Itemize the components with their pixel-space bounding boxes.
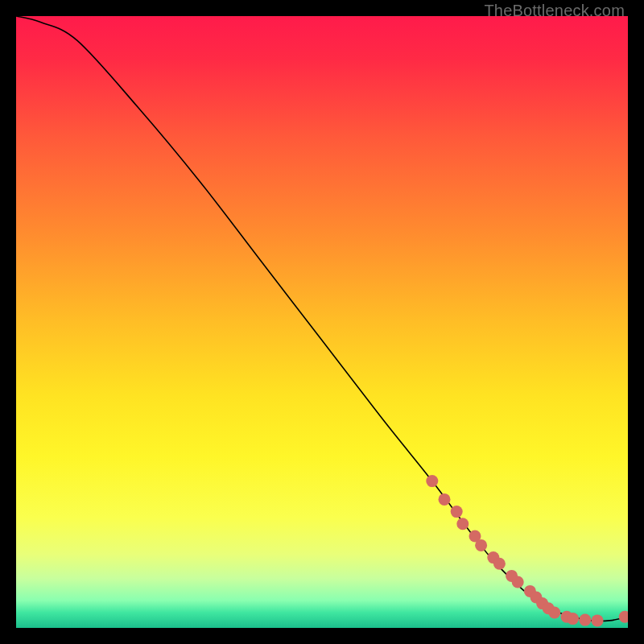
data-point <box>475 539 487 551</box>
attribution-text: TheBottleneck.com <box>484 2 625 20</box>
data-point <box>512 576 524 588</box>
data-point <box>592 614 604 626</box>
gradient-background <box>16 16 628 628</box>
data-point <box>567 613 579 625</box>
data-point <box>579 614 591 626</box>
data-point <box>439 493 451 506</box>
data-point <box>456 518 469 530</box>
data-point <box>493 558 506 570</box>
data-point <box>451 506 463 518</box>
data-point <box>426 475 438 487</box>
chart-plot <box>16 16 628 628</box>
data-point <box>548 607 560 619</box>
